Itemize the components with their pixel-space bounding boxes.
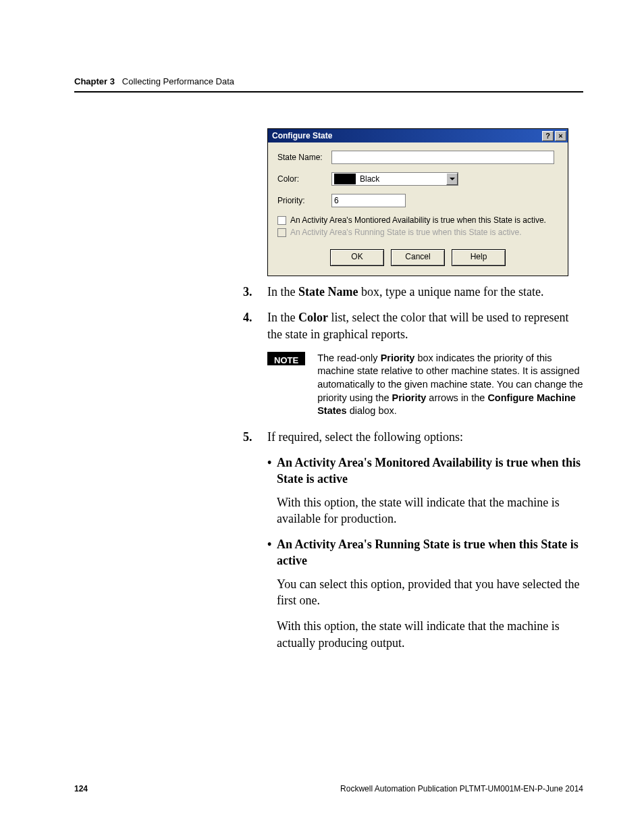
chapter-number: Chapter 3: [74, 76, 115, 86]
dialog-close-button[interactable]: ×: [555, 131, 566, 141]
dialog-body: State Name: Color: Black Priority: An Ac…: [268, 142, 568, 276]
bullet-1: • An Activity Area's Monitored Availabil…: [267, 454, 583, 488]
running-state-checkbox: [277, 228, 286, 237]
bullet-1-text: An Activity Area's Monitored Availabilit…: [277, 454, 583, 488]
help-button[interactable]: Help: [452, 249, 506, 266]
note-t5: arrows in the: [426, 392, 487, 403]
question-icon: ?: [545, 132, 550, 140]
step-3-number: 3.: [243, 284, 267, 300]
close-icon: ×: [558, 132, 562, 140]
availability-checkbox[interactable]: [277, 216, 286, 225]
step-3: 3. In the State Name box, type a unique …: [243, 284, 583, 300]
bullet-2: • An Activity Area's Running State is tr…: [267, 536, 583, 569]
bullet-2-text: An Activity Area's Running State is true…: [277, 536, 583, 569]
chapter-title: [117, 76, 122, 86]
color-swatch: [334, 174, 356, 184]
bullet-dot: •: [267, 536, 277, 569]
step-4-number: 4.: [243, 309, 267, 342]
step-5-text: If required, select the following option…: [267, 429, 583, 445]
step-3-text: In the State Name box, type a unique nam…: [267, 284, 583, 300]
priority-label: Priority:: [277, 196, 331, 205]
bullet-2-para-1: You can select this option, provided tha…: [277, 576, 583, 609]
dialog-titlebar: Configure State ? ×: [268, 129, 568, 142]
ok-button[interactable]: OK: [330, 249, 384, 266]
state-name-label: State Name:: [277, 153, 331, 162]
dialog-help-button[interactable]: ?: [542, 131, 554, 141]
color-value: Black: [360, 174, 446, 184]
step-5: 5. If required, select the following opt…: [243, 429, 583, 445]
page-number: 124: [74, 784, 88, 793]
note-t4: Priority: [392, 392, 427, 403]
bullet-dot: •: [267, 454, 277, 488]
note-t7: dialog box.: [347, 405, 397, 416]
bullet-1-para: With this option, the state will indicat…: [277, 494, 583, 527]
step-4-text: In the Color list, select the color that…: [267, 309, 583, 342]
chapter-title-text: Collecting Performance Data: [122, 76, 234, 86]
step-3-part-a: In the: [267, 285, 298, 298]
step-4: 4. In the Color list, select the color t…: [243, 309, 583, 342]
note-t1: The read-only: [317, 353, 381, 363]
publication-info: Rockwell Automation Publication PLTMT-UM…: [340, 784, 583, 793]
step-4-bold: Color: [298, 311, 328, 324]
chapter-header: Chapter 3 Collecting Performance Data: [74, 76, 234, 86]
color-select[interactable]: Black: [331, 172, 458, 186]
step-3-part-c: box, type a unique name for the state.: [358, 285, 543, 298]
note-badge: NOTE: [267, 352, 305, 365]
page-footer: 124 Rockwell Automation Publication PLTM…: [74, 784, 583, 793]
configure-state-dialog: Configure State ? × State Name: Color: B…: [267, 128, 568, 276]
note-t2: Priority: [381, 353, 415, 363]
step-3-bold: State Name: [298, 285, 358, 298]
note-text: The read-only Priority box indicates the…: [317, 352, 583, 418]
color-label: Color:: [277, 174, 331, 184]
color-dropdown-button[interactable]: [446, 173, 458, 185]
step-5-number: 5.: [243, 429, 267, 445]
body-content: 3. In the State Name box, type a unique …: [243, 284, 583, 660]
state-name-input[interactable]: [331, 151, 554, 164]
running-state-checkbox-label: An Activity Area's Running State is true…: [290, 228, 521, 237]
dialog-title: Configure State: [272, 131, 332, 140]
bullet-2-para-2: With this option, the state will indicat…: [277, 618, 583, 651]
chevron-down-icon: [450, 178, 455, 180]
priority-input[interactable]: [331, 194, 406, 207]
cancel-button[interactable]: Cancel: [391, 249, 445, 266]
step-4-part-a: In the: [267, 311, 298, 324]
header-rule: [74, 91, 583, 93]
note-block: NOTE The read-only Priority box indicate…: [267, 352, 583, 418]
availability-checkbox-label: An Activity Area's Montiored Availabilit…: [290, 215, 546, 225]
